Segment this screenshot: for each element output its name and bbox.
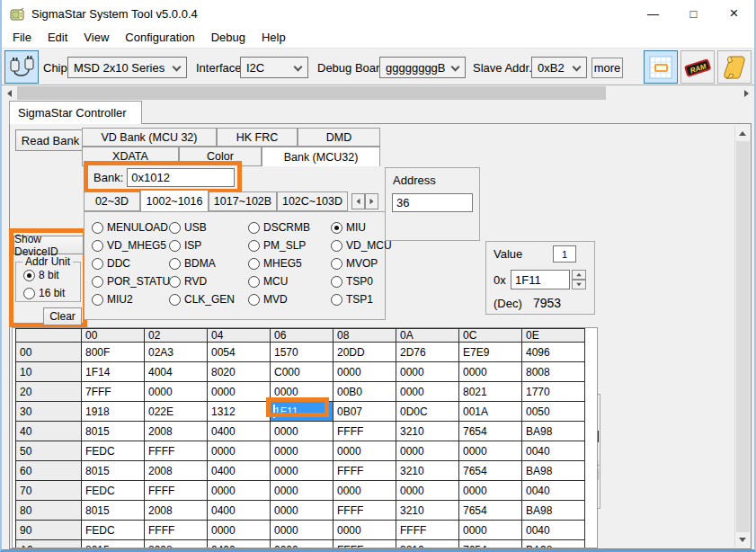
cell-50-0E[interactable]: 0040 [522, 441, 585, 461]
menu-help[interactable]: Help [253, 28, 294, 47]
read-bank-button[interactable]: Read Bank [15, 129, 85, 151]
cell-10-00[interactable]: 1F14 [82, 362, 145, 382]
cell-50-06[interactable]: 0000 [271, 441, 334, 461]
cell-10-04[interactable]: 8020 [208, 362, 271, 382]
connect-button[interactable] [4, 50, 39, 84]
scroll-left-button[interactable] [2, 85, 17, 101]
cell-80-04[interactable]: 0400 [208, 501, 271, 521]
cell-30-02[interactable]: 022E [145, 402, 208, 422]
horizontal-scrollbar[interactable] [2, 85, 754, 101]
cell-60-02[interactable]: 2008 [145, 461, 208, 481]
cell-00-08[interactable]: 20DD [334, 343, 396, 362]
cell-00-04[interactable]: 0054 [208, 343, 271, 362]
cell-30-0C[interactable]: 001A [459, 402, 522, 422]
register-grid-button[interactable] [644, 50, 678, 84]
menu-edit[interactable]: Edit [40, 28, 76, 47]
cell-80-02[interactable]: 2008 [145, 501, 208, 521]
cell-20-0A[interactable]: 0000 [396, 382, 459, 402]
cell-00-0C[interactable]: E7E9 [459, 343, 522, 362]
cell-10-08[interactable]: 0000 [334, 362, 396, 382]
cell-10-0C[interactable]: 0000 [459, 362, 522, 382]
radio-option-mcu[interactable]: MCU [248, 272, 331, 290]
radio-option-tsp1[interactable]: TSP1 [331, 290, 385, 308]
address-input[interactable]: 36 [392, 193, 473, 212]
cell-90-08[interactable]: 0000 [334, 521, 396, 540]
cell-70-08[interactable]: 0000 [334, 481, 396, 501]
cell-50-00[interactable]: FEDC [82, 441, 145, 461]
radio-option-menuload[interactable]: MENULOAD [92, 218, 169, 236]
radio-option-16-bit[interactable]: 16 bit [23, 284, 80, 302]
debug-board-select[interactable]: ggggggggB [379, 57, 466, 78]
radio-option-mvd[interactable]: MVD [248, 290, 331, 308]
menu-file[interactable]: File [4, 28, 40, 47]
value-count-input[interactable]: 1 [553, 245, 576, 263]
cell-60-0C[interactable]: 7654 [459, 461, 522, 481]
tab-dmd[interactable]: DMD [298, 128, 380, 147]
minimize-button[interactable]: — [633, 0, 673, 27]
clear-button[interactable]: Clear [43, 307, 82, 325]
ram-button[interactable]: RAM [680, 50, 715, 84]
cell-30-00[interactable]: 1918 [82, 402, 145, 422]
radio-option-miu2[interactable]: MIU2 [92, 290, 169, 308]
range-spin-right-button[interactable] [365, 193, 378, 209]
radio-option-pm-slp[interactable]: PM_SLP [248, 236, 331, 254]
cell-30-0E[interactable]: 0050 [522, 402, 585, 422]
vertical-scrollbar-thumb[interactable] [736, 141, 750, 532]
cell-30-08[interactable]: 0B07 [334, 402, 396, 422]
scroll-right-button[interactable] [739, 85, 754, 101]
cell-50-0C[interactable]: 0000 [459, 441, 522, 461]
radio-option-bdma[interactable]: BDMA [169, 254, 248, 272]
cell-90-0A[interactable]: FFFF [396, 521, 459, 540]
cell-40-00[interactable]: 8015 [82, 422, 145, 441]
cell-40-02[interactable]: 2008 [145, 422, 208, 441]
cell-00-02[interactable]: 02A3 [145, 343, 208, 362]
scroll-down-button[interactable] [735, 532, 750, 548]
scroll-up-button[interactable] [735, 126, 750, 141]
radio-option-tsp0[interactable]: TSP0 [331, 272, 385, 290]
slave-addr-select[interactable]: 0xB2 [531, 57, 587, 78]
tab-range-102c-103d[interactable]: 102C~103D [277, 191, 348, 211]
value-spin-up-button[interactable] [572, 270, 586, 280]
cell-90-0E[interactable]: 0040 [522, 521, 585, 540]
radio-option-miu[interactable]: MIU [331, 218, 385, 236]
cell-50-0A[interactable]: 0000 [396, 441, 459, 461]
cell-40-06[interactable]: 0000 [271, 422, 334, 441]
interface-select[interactable]: I2C [240, 57, 308, 78]
cell-90-04[interactable]: 0000 [208, 521, 271, 540]
cell-60-0A[interactable]: 3210 [396, 461, 459, 481]
horizontal-scrollbar-thumb[interactable] [17, 86, 606, 100]
cell-A0-04[interactable]: 0400 [208, 540, 271, 549]
cell-A0-0E[interactable]: BA98 [522, 540, 585, 549]
menu-debug[interactable]: Debug [203, 28, 253, 47]
cell-80-06[interactable]: 0000 [271, 501, 334, 521]
cell-30-06[interactable]: 1F11 [271, 402, 334, 422]
menu-configuration[interactable]: Configuration [117, 28, 202, 47]
cell-10-0E[interactable]: 8008 [522, 362, 585, 382]
cell-80-0C[interactable]: 7654 [459, 501, 522, 521]
vertical-scrollbar[interactable] [734, 126, 750, 548]
cell-40-0A[interactable]: 3210 [396, 422, 459, 441]
menu-view[interactable]: View [76, 28, 117, 47]
cell-50-08[interactable]: 0000 [334, 441, 396, 461]
tab-hk-frc[interactable]: HK FRC [217, 128, 298, 147]
cell-00-0A[interactable]: 2D76 [396, 343, 459, 362]
tab-range-1002-1016[interactable]: 1002~1016 [140, 190, 209, 211]
cell-40-0C[interactable]: 7654 [459, 422, 522, 441]
value-spin-down-button[interactable] [572, 280, 586, 289]
cell-90-00[interactable]: FEDC [82, 521, 145, 540]
cell-70-0C[interactable]: 0000 [459, 481, 522, 501]
radio-option-por-statu[interactable]: POR_STATU [92, 272, 169, 290]
cell-50-04[interactable]: 0000 [208, 441, 271, 461]
radio-option-mheg5[interactable]: MHEG5 [248, 254, 331, 272]
radio-option-vd-mheg5[interactable]: VD_MHEG5 [92, 236, 169, 254]
cell-90-0C[interactable]: 0000 [459, 521, 522, 540]
cell-60-04[interactable]: 0400 [208, 461, 271, 481]
cell-60-06[interactable]: 0000 [271, 461, 334, 481]
radio-option-mvop[interactable]: MVOP [331, 254, 385, 272]
cell-90-06[interactable]: 0000 [271, 521, 334, 540]
cell-70-0E[interactable]: 0040 [522, 481, 585, 501]
radio-option-ddc[interactable]: DDC [92, 254, 169, 272]
cell-70-0A[interactable]: 0000 [396, 481, 459, 501]
cell-20-04[interactable]: 0000 [208, 382, 271, 402]
close-button[interactable]: × [714, 0, 754, 27]
